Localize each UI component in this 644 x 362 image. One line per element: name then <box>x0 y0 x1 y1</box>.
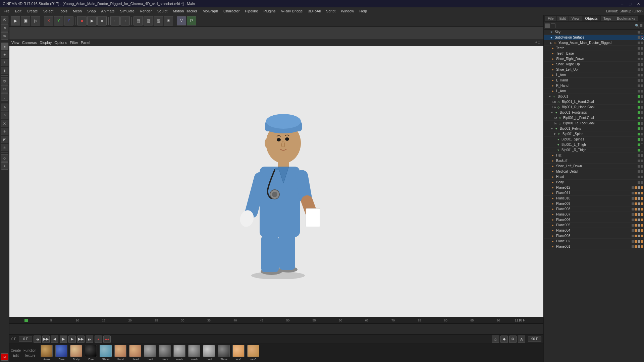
tree-bip001[interactable]: ▼ ▿ Bip001 <box>544 94 644 99</box>
rt-btn1[interactable] <box>545 23 550 28</box>
tree-bip-pelvis[interactable]: ▼ ▾ Bip001_Pelvis <box>544 126 644 131</box>
mat-blue[interactable]: Blue <box>54 344 68 362</box>
mat-glass[interactable]: Glass <box>99 344 113 362</box>
menu-create[interactable]: Create <box>24 8 40 14</box>
tree-plane012[interactable]: ● Plane012 <box>544 185 644 190</box>
tree-teeth[interactable]: ● Teeth <box>544 46 644 51</box>
menu-simulate[interactable]: Simulate <box>118 8 137 14</box>
playback-end[interactable]: ⏭ <box>86 336 93 343</box>
tool-light[interactable]: ☀ <box>1 162 8 170</box>
menu-window[interactable]: Window <box>338 8 356 14</box>
tree-backoff[interactable]: ● Backoff <box>544 158 644 164</box>
mat-arms[interactable]: Arms <box>40 344 54 362</box>
tree-plane009[interactable]: ● Plane009 <box>544 201 644 206</box>
menu-help[interactable]: Help <box>357 8 370 14</box>
menu-motion-tracker[interactable]: Motion Tracker <box>170 8 200 14</box>
timeline-home[interactable]: ⌂ <box>492 336 499 343</box>
tree-bip-lhand-goal[interactable]: Lo ◇ Bip001_L_Hand.Goal <box>544 99 644 105</box>
menu-v-ray-bridge[interactable]: V-Ray Bridge <box>279 8 305 14</box>
tree-plane008[interactable]: ● Plane008 <box>544 206 644 212</box>
tb-light[interactable]: ☀ <box>164 16 173 25</box>
tool-paint[interactable]: ⚐ <box>1 112 8 119</box>
tool-maxon[interactable]: M <box>1 353 8 361</box>
tree-shoe-l-up[interactable]: ● Shoe_Left_Up <box>544 67 644 72</box>
menu-render[interactable]: Render <box>138 8 154 14</box>
tree-sky[interactable]: ☀ Sky <box>544 29 644 35</box>
render-btn[interactable]: ▶ <box>11 16 20 25</box>
mat-sss1[interactable]: sss1 <box>231 344 246 362</box>
mat-medi5[interactable]: medi <box>202 344 216 362</box>
tool-sculpt[interactable]: ⚘ <box>1 128 8 135</box>
end-frame-display[interactable]: 90 F <box>528 337 541 342</box>
tree-medical-detail[interactable]: ● Medical_Detail <box>544 169 644 174</box>
tree-bip-rhand-goal[interactable]: Lo ◇ Bip001_R_Hand.Goal <box>544 105 644 110</box>
timeline-auto[interactable]: A <box>518 336 525 343</box>
mat-function[interactable]: Function <box>23 349 36 352</box>
menu-select[interactable]: Select <box>41 8 56 14</box>
playback-record[interactable]: ● <box>95 336 102 343</box>
tree-plane006[interactable]: ● Plane006 <box>544 217 644 223</box>
render-active[interactable]: ▷ <box>31 16 40 25</box>
vp-panel-tab[interactable]: Panel <box>81 41 90 45</box>
tree-plane011[interactable]: ● Plane011 <box>544 190 644 196</box>
tree-plane001[interactable]: ● Plane001 <box>544 244 644 249</box>
playback-record-all[interactable]: ●● <box>103 336 111 343</box>
vp-options-tab[interactable]: Options <box>54 41 67 45</box>
mat-edit[interactable]: Edit <box>13 354 18 357</box>
tb-python[interactable]: P <box>187 16 196 25</box>
mat-shoe[interactable]: Shoe <box>217 344 231 362</box>
tree-bip-spine[interactable]: ▼ ▾ Bip001_Spine <box>544 131 644 137</box>
menu-edit[interactable]: Edit <box>13 8 24 14</box>
tree-l-arm[interactable]: ● L_Arm <box>544 72 644 78</box>
mat-body[interactable]: Body <box>69 344 83 362</box>
mat-hand[interactable]: Hand <box>113 344 127 362</box>
rt-search[interactable]: 🔍 <box>635 24 639 27</box>
playback-beginning[interactable]: ⏮ <box>34 336 41 343</box>
tree-bip-rfoot-goal[interactable]: Lo ◇ Bip001_R_Foot.Goal <box>544 121 644 126</box>
tree-bip-footsteps[interactable]: ▼ ▾ Bip001_Footsteps <box>544 110 644 115</box>
right-tab-file[interactable]: File <box>545 16 556 21</box>
mat-create[interactable]: Create <box>11 349 21 352</box>
tb-shaded[interactable]: ▧ <box>154 16 163 25</box>
menu-script[interactable]: Script <box>324 8 338 14</box>
tool-uvmap[interactable]: ⋮ <box>1 93 8 101</box>
tool-poly[interactable]: ▮ <box>1 67 8 74</box>
viewport[interactable] <box>9 46 543 317</box>
tool-move[interactable]: ⇱ <box>1 16 8 23</box>
close-btn[interactable]: ✕ <box>636 2 641 6</box>
tree-plane010[interactable]: ● Plane010 <box>544 196 644 201</box>
tool-live[interactable]: □ <box>1 85 8 93</box>
tb-redo[interactable]: → <box>120 16 130 25</box>
tree-shoe-r-up[interactable]: ● Shoe_Right_Up <box>544 62 644 67</box>
timeline-options[interactable]: ⚙ <box>509 336 517 343</box>
subdiv-close[interactable]: ✕ <box>641 36 643 39</box>
tb-z[interactable]: Z <box>64 16 73 25</box>
tree-subdiv[interactable]: ■ Subdivision Surface ✕ <box>544 35 644 40</box>
right-tab-view[interactable]: View <box>569 16 582 21</box>
playback-next[interactable]: ▶ <box>68 336 76 343</box>
vp-display-tab[interactable]: Display <box>40 41 52 45</box>
vp-filter-tab[interactable]: Filter <box>70 41 78 45</box>
tb-grid[interactable]: ▤ <box>133 16 143 25</box>
tree-doctor[interactable]: ▶ ◎ Young_Asian_Male_Doctor_Rigged <box>544 40 644 46</box>
tree-r-hand[interactable]: ● R_Hand <box>544 83 644 88</box>
tool-model[interactable]: ■ <box>1 43 8 50</box>
mat-head[interactable]: Head <box>128 344 142 362</box>
tree-teeth-base[interactable]: ● Teeth_Base <box>544 51 644 56</box>
tool-rotate[interactable]: ↻ <box>1 24 8 32</box>
frame-input[interactable]: 0 F <box>19 337 32 342</box>
right-tab-tags[interactable]: Tags <box>601 16 614 21</box>
tool-knife[interactable]: ⚔ <box>1 120 8 127</box>
tree-bip-l-thigh[interactable]: ▾ Bip001_L_Thigh <box>544 142 644 147</box>
menu-mograph[interactable]: MoGraph <box>200 8 220 14</box>
tree-l-hand[interactable]: ● L_Hand <box>544 78 644 83</box>
tree-plane005[interactable]: ● Plane005 <box>544 223 644 228</box>
tb-undo[interactable]: ← <box>110 16 120 25</box>
tree-plane002[interactable]: ● Plane002 <box>544 239 644 244</box>
tree-shoe-r-down[interactable]: ● Shoe_Right_Down <box>544 56 644 62</box>
restore-btn[interactable]: ◻ <box>627 2 633 6</box>
menu-animate[interactable]: Animate <box>99 8 117 14</box>
mat-sss3[interactable]: sss3 <box>246 344 260 362</box>
rt-btn2[interactable] <box>551 23 555 28</box>
tree-hat[interactable]: ● Hat <box>544 153 644 158</box>
